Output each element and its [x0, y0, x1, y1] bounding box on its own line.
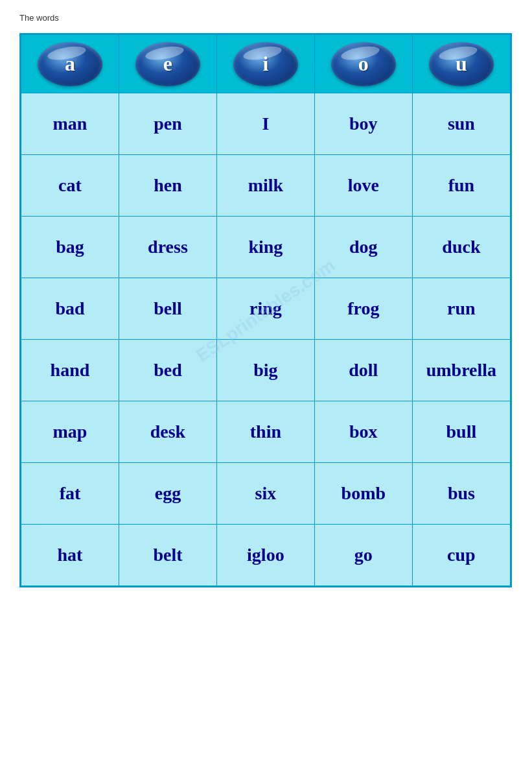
word-cell: frog — [314, 278, 412, 340]
word-table-wrapper: ESLprintables.com aeiou manpenIboysuncat… — [19, 33, 512, 587]
word-cell: sun — [412, 93, 510, 155]
word-cell: bomb — [314, 463, 412, 525]
word-cell: bag — [21, 217, 119, 278]
vowel-oval-i: i — [233, 42, 298, 86]
word-cell: cat — [21, 155, 119, 217]
word-cell: bad — [21, 278, 119, 340]
word-cell: dog — [314, 217, 412, 278]
word-cell: bull — [412, 401, 510, 463]
header-cell-i: i — [216, 35, 314, 93]
word-cell: bus — [412, 463, 510, 525]
word-cell: umbrella — [412, 340, 510, 401]
word-cell: dress — [119, 217, 216, 278]
table-row: mapdeskthinboxbull — [21, 401, 511, 463]
table-row: bagdresskingdogduck — [21, 217, 511, 278]
word-cell: fun — [412, 155, 510, 217]
word-cell: go — [314, 525, 412, 586]
header-row: aeiou — [21, 35, 511, 93]
word-cell: bed — [119, 340, 216, 401]
header-cell-e: e — [119, 35, 216, 93]
word-cell: love — [314, 155, 412, 217]
word-cell: bell — [119, 278, 216, 340]
vowel-oval-e: e — [135, 42, 200, 86]
word-cell: belt — [119, 525, 216, 586]
word-cell: big — [216, 340, 314, 401]
table-row: handbedbigdollumbrella — [21, 340, 511, 401]
header-cell-u: u — [412, 35, 510, 93]
word-cell: egg — [119, 463, 216, 525]
word-cell: hand — [21, 340, 119, 401]
word-cell: thin — [216, 401, 314, 463]
word-cell: duck — [412, 217, 510, 278]
word-cell: hat — [21, 525, 119, 586]
header-cell-o: o — [314, 35, 412, 93]
word-cell: man — [21, 93, 119, 155]
word-cell: milk — [216, 155, 314, 217]
table-row: fateggsixbombbus — [21, 463, 511, 525]
word-cell: king — [216, 217, 314, 278]
table-body: manpenIboysuncathenmilklovefunbagdresski… — [21, 93, 511, 586]
word-cell: igloo — [216, 525, 314, 586]
word-cell: run — [412, 278, 510, 340]
word-table: aeiou manpenIboysuncathenmilklovefunbagd… — [21, 34, 511, 586]
header-cell-a: a — [21, 35, 119, 93]
table-row: badbellringfrogrun — [21, 278, 511, 340]
word-cell: fat — [21, 463, 119, 525]
word-cell: map — [21, 401, 119, 463]
word-cell: desk — [119, 401, 216, 463]
word-cell: ring — [216, 278, 314, 340]
word-cell: cup — [412, 525, 510, 586]
word-cell: I — [216, 93, 314, 155]
vowel-oval-o: o — [331, 42, 396, 86]
word-cell: boy — [314, 93, 412, 155]
vowel-oval-u: u — [429, 42, 494, 86]
vowel-oval-a: a — [38, 42, 102, 86]
word-cell: pen — [119, 93, 216, 155]
word-cell: box — [314, 401, 412, 463]
word-cell: doll — [314, 340, 412, 401]
page-title: The words — [19, 13, 513, 23]
word-cell: six — [216, 463, 314, 525]
table-row: hatbeltigloogocup — [21, 525, 511, 586]
table-row: manpenIboysun — [21, 93, 511, 155]
table-row: cathenmilklovefun — [21, 155, 511, 217]
word-cell: hen — [119, 155, 216, 217]
